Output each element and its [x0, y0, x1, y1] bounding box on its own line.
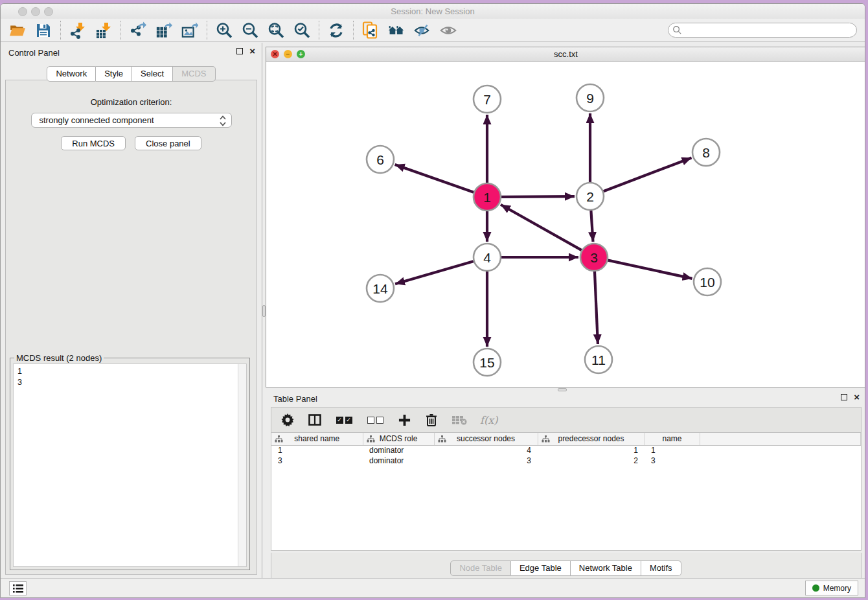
zoom-out-icon — [242, 21, 258, 39]
memory-button[interactable]: Memory — [805, 581, 858, 595]
result-line: 1 — [17, 366, 246, 377]
node-label-6: 6 — [376, 152, 384, 167]
node-label-1: 1 — [483, 190, 491, 205]
tab-select[interactable]: Select — [132, 66, 173, 82]
dropdown-stepper-icon — [219, 115, 227, 126]
add-column-button[interactable] — [397, 412, 411, 428]
zoom-in-icon — [216, 21, 233, 39]
table-row[interactable]: 3dominator323 — [271, 456, 861, 466]
select-all-button[interactable]: ✓✓ — [335, 412, 353, 428]
network-titlebar[interactable]: ✕ − + scc.txt — [266, 47, 865, 62]
import-table-button[interactable] — [95, 22, 112, 39]
table-panel-close-icon[interactable]: × — [854, 394, 860, 400]
hide-graphics-button[interactable] — [414, 22, 431, 39]
edge-4-14[interactable] — [395, 261, 474, 284]
mcds-result-group: MCDS result (2 nodes) 13 — [10, 358, 250, 570]
refresh-icon — [328, 22, 345, 39]
table-panel-header: Table Panel × — [266, 390, 865, 407]
import-network-button[interactable] — [69, 22, 86, 39]
tab-edge-table[interactable]: Edge Table — [511, 560, 571, 576]
column-header[interactable]: name — [645, 433, 700, 445]
delete-column-button[interactable] — [424, 412, 439, 428]
function-builder-button[interactable]: f(x) — [480, 412, 497, 428]
node-label-9: 9 — [586, 91, 594, 106]
table-row[interactable]: 1dominator411 — [271, 445, 861, 456]
show-graphics-button[interactable] — [440, 22, 457, 39]
tab-mcds[interactable]: MCDS — [173, 66, 215, 82]
table-tabs: Node TableEdge TableNetwork TableMotifs — [266, 560, 865, 576]
split-columns-icon — [308, 414, 321, 426]
duplicate-network-button[interactable] — [362, 22, 379, 39]
main-titlebar: Session: New Session — [1, 4, 865, 19]
network-graph[interactable]: 7968124314101511 — [266, 62, 865, 387]
tab-style[interactable]: Style — [96, 66, 132, 82]
refresh-button[interactable] — [328, 22, 345, 39]
node-label-15: 15 — [479, 355, 494, 370]
checked-box-icon: ✓ — [345, 417, 352, 424]
control-panel-tabs: NetworkStyleSelectMCDS — [1, 66, 262, 82]
mcds-result-title: MCDS result (2 nodes) — [14, 353, 104, 363]
save-icon — [36, 23, 51, 38]
zoom-selected-button[interactable] — [293, 22, 310, 39]
delete-table-button[interactable] — [451, 412, 467, 428]
edge-3-10[interactable] — [608, 260, 692, 279]
deselect-all-button[interactable] — [366, 412, 384, 428]
open-folder-icon — [9, 22, 26, 39]
houses-icon — [388, 23, 405, 38]
trash-icon — [426, 413, 437, 426]
table-settings-button[interactable] — [280, 412, 295, 428]
table-panel-float-icon[interactable] — [841, 394, 847, 400]
tab-motifs[interactable]: Motifs — [641, 560, 681, 576]
control-panel-title: Control Panel — [8, 48, 60, 58]
export-network-button[interactable] — [130, 22, 146, 39]
home-networks-button[interactable] — [388, 22, 405, 39]
column-header[interactable]: successor nodes — [434, 433, 538, 445]
edge-1-2[interactable] — [501, 196, 575, 197]
network-canvas[interactable]: 7968124314101511 — [266, 62, 865, 387]
control-panel-close-icon[interactable]: × — [249, 48, 255, 54]
table-delete-icon — [451, 415, 467, 425]
save-session-button[interactable] — [35, 22, 52, 39]
edge-2-3[interactable] — [591, 211, 593, 242]
tab-network[interactable]: Network — [47, 66, 96, 82]
node-label-14: 14 — [372, 281, 388, 296]
result-scrollbar[interactable] — [238, 364, 246, 566]
control-panel-float-icon[interactable] — [236, 48, 243, 54]
zoom-fit-button[interactable] — [268, 22, 284, 39]
unchecked-box-icon — [367, 417, 374, 424]
mcds-panel: Optimization criterion: strongly connect… — [5, 80, 257, 575]
mcds-result-text[interactable]: 13 — [13, 363, 247, 567]
app-window: Session: New Session — [0, 3, 865, 598]
column-header[interactable]: MCDS role — [363, 433, 434, 445]
close-panel-button[interactable]: Close panel — [135, 136, 201, 150]
export-table-button[interactable] — [155, 22, 172, 39]
open-session-button[interactable] — [9, 22, 26, 39]
toggle-panes-button[interactable] — [308, 412, 322, 428]
criterion-dropdown[interactable]: strongly connected component — [31, 113, 232, 128]
zoom-fit-icon — [268, 21, 284, 39]
export-table-icon — [155, 21, 172, 39]
tab-node-table[interactable]: Node Table — [450, 560, 511, 576]
tab-network-table[interactable]: Network Table — [571, 560, 641, 576]
node-label-10: 10 — [700, 275, 714, 290]
node-label-2: 2 — [586, 189, 594, 204]
edge-2-8[interactable] — [604, 158, 692, 192]
column-header[interactable]: shared name — [271, 433, 363, 445]
edge-3-1[interactable] — [501, 205, 582, 250]
search-box — [668, 23, 857, 38]
control-panel: Control Panel × NetworkStyleSelectMCDS O… — [1, 43, 262, 583]
edge-3-11[interactable] — [595, 271, 598, 344]
column-header[interactable]: predecessor nodes — [538, 433, 645, 445]
run-mcds-button[interactable]: Run MCDS — [61, 136, 126, 150]
zoom-in-button[interactable] — [216, 22, 233, 39]
task-history-button[interactable] — [9, 581, 27, 595]
node-table[interactable]: shared nameMCDS rolesuccessor nodesprede… — [271, 433, 862, 551]
search-icon — [672, 25, 682, 35]
edge-1-6[interactable] — [395, 165, 474, 192]
zoom-out-button[interactable] — [242, 22, 258, 39]
search-input[interactable] — [668, 23, 857, 38]
node-label-11: 11 — [591, 352, 606, 367]
result-line: 3 — [17, 377, 246, 388]
export-image-button[interactable] — [181, 22, 198, 39]
memory-label: Memory — [823, 584, 851, 593]
